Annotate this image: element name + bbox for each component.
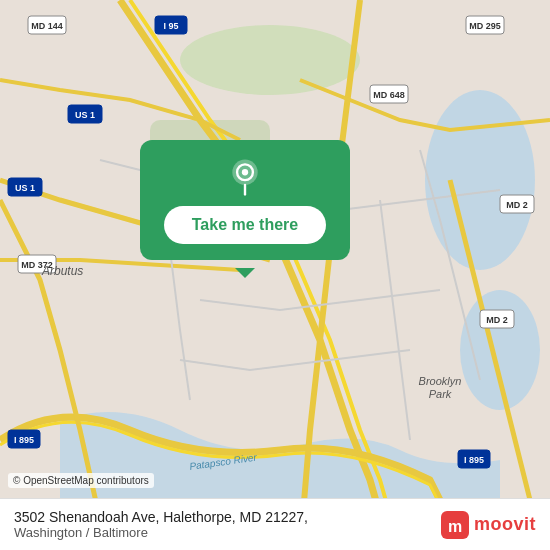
map-roads: MD 144 I 95 MD 295 MD 648 I 95 US 1 MD 3…	[0, 0, 550, 550]
address-line: 3502 Shenandoah Ave, Halethorpe, MD 2122…	[14, 509, 308, 525]
take-me-there-button[interactable]: Take me there	[164, 206, 326, 244]
svg-text:MD 295: MD 295	[469, 21, 501, 31]
svg-text:MD 144: MD 144	[31, 21, 63, 31]
svg-text:I 895: I 895	[14, 435, 34, 445]
info-bar: 3502 Shenandoah Ave, Halethorpe, MD 2122…	[0, 498, 550, 550]
moovit-logo: m moovit	[441, 511, 536, 539]
svg-text:I 895: I 895	[464, 455, 484, 465]
svg-text:US 1: US 1	[75, 110, 95, 120]
svg-text:Brooklyn: Brooklyn	[419, 375, 462, 387]
svg-text:Arbutus: Arbutus	[41, 264, 83, 278]
svg-point-0	[425, 90, 535, 270]
location-popup: Take me there	[140, 140, 350, 260]
address-block: 3502 Shenandoah Ave, Halethorpe, MD 2122…	[14, 509, 308, 540]
svg-text:I 95: I 95	[163, 21, 178, 31]
svg-text:MD 2: MD 2	[486, 315, 508, 325]
city-line: Washington / Baltimore	[14, 525, 308, 540]
map-container: MD 144 I 95 MD 295 MD 648 I 95 US 1 MD 3…	[0, 0, 550, 550]
moovit-icon: m	[441, 511, 469, 539]
moovit-text: moovit	[474, 514, 536, 535]
svg-point-2	[180, 25, 360, 95]
svg-text:MD 2: MD 2	[506, 200, 528, 210]
svg-text:US 1: US 1	[15, 183, 35, 193]
svg-text:m: m	[448, 518, 462, 535]
svg-text:MD 648: MD 648	[373, 90, 405, 100]
osm-attribution: © OpenStreetMap contributors	[8, 473, 154, 488]
svg-point-38	[242, 169, 248, 175]
location-pin-icon	[226, 158, 264, 196]
svg-text:Park: Park	[429, 388, 452, 400]
